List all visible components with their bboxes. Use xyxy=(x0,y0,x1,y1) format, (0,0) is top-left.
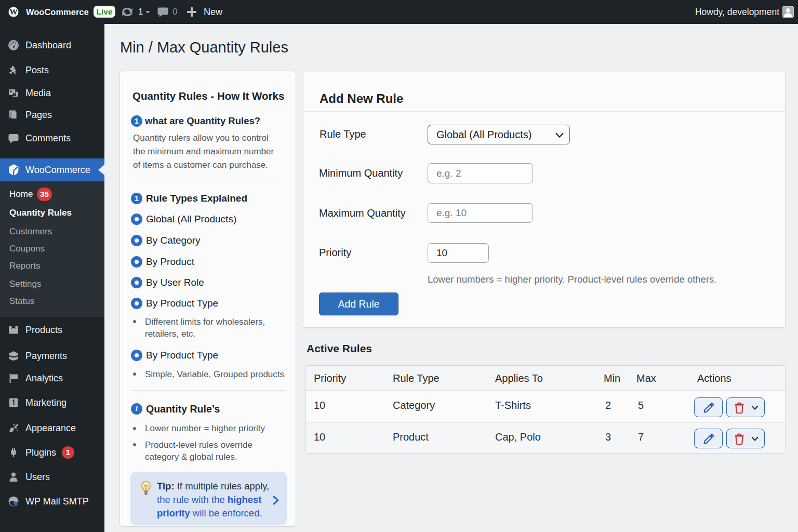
svg-text:W: W xyxy=(9,7,18,16)
